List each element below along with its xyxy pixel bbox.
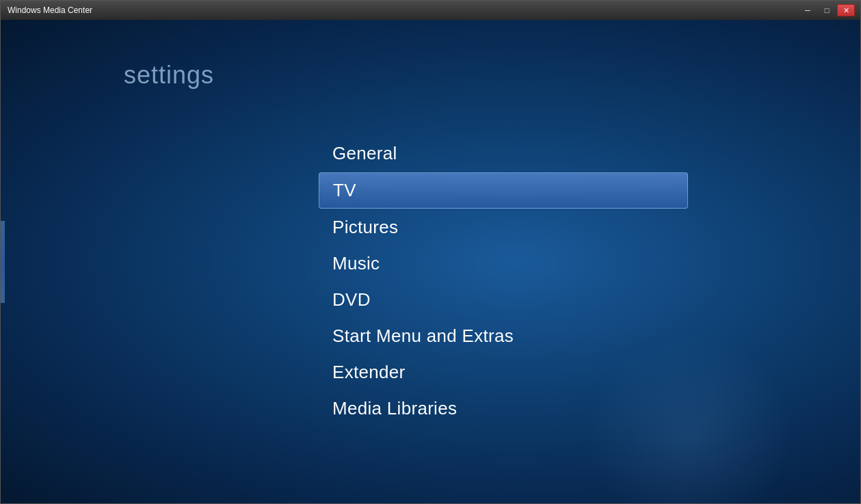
window-title: Windows Media Center bbox=[8, 5, 92, 15]
app-window: Windows Media Center ─ □ ✕ settings Gene… bbox=[0, 0, 861, 504]
menu-item-start-menu-extras[interactable]: Start Menu and Extras bbox=[319, 319, 688, 354]
page-title: settings bbox=[124, 61, 214, 90]
menu-item-media-libraries[interactable]: Media Libraries bbox=[319, 391, 688, 426]
main-content: settings General TV Pictures Music DVD S… bbox=[1, 20, 860, 503]
menu-item-extender[interactable]: Extender bbox=[319, 355, 688, 390]
maximize-button[interactable]: □ bbox=[818, 4, 836, 16]
menu-item-music[interactable]: Music bbox=[319, 246, 688, 281]
window-controls: ─ □ ✕ bbox=[799, 4, 855, 16]
minimize-button[interactable]: ─ bbox=[799, 4, 817, 16]
menu-item-tv[interactable]: TV bbox=[319, 172, 688, 209]
menu-item-general[interactable]: General bbox=[319, 136, 688, 171]
settings-menu: General TV Pictures Music DVD Start Menu… bbox=[319, 136, 688, 427]
menu-item-pictures[interactable]: Pictures bbox=[319, 210, 688, 245]
menu-item-dvd[interactable]: DVD bbox=[319, 282, 688, 317]
titlebar: Windows Media Center ─ □ ✕ bbox=[1, 1, 860, 20]
left-accent-bar bbox=[1, 221, 5, 303]
close-button[interactable]: ✕ bbox=[837, 4, 855, 16]
